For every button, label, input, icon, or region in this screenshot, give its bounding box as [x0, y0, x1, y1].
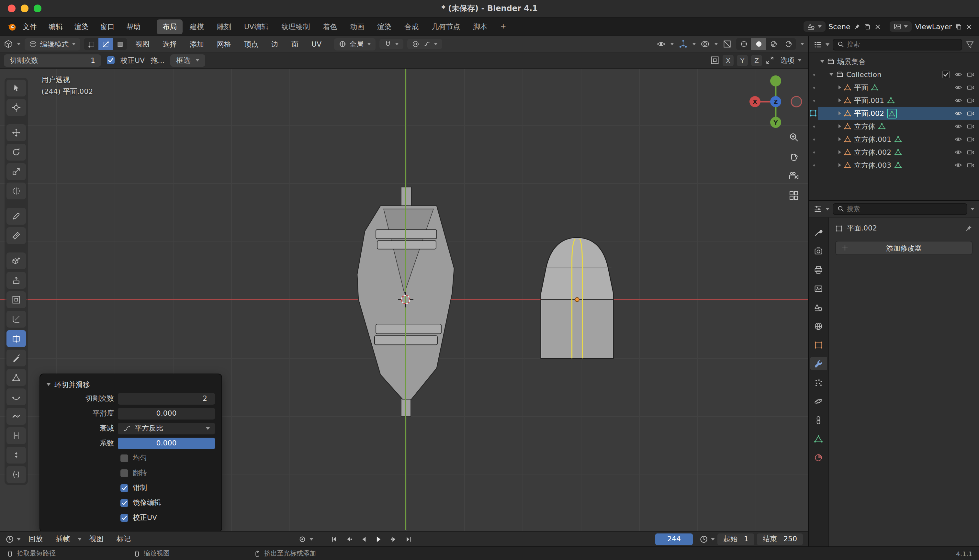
properties-search-input[interactable]	[847, 205, 963, 212]
outliner-row-collection[interactable]: Collection	[809, 68, 979, 81]
axis-y-toggle[interactable]: Y	[737, 55, 748, 66]
toggle-perspective-grid-icon[interactable]	[789, 190, 799, 201]
axis-x-toggle[interactable]: X	[722, 55, 734, 66]
hide-eye-icon[interactable]	[954, 109, 962, 117]
options-label[interactable]: 选项	[780, 55, 794, 65]
outliner-row-plane[interactable]: 平面	[809, 81, 979, 94]
breadcrumb-object-name[interactable]: 平面.002	[847, 223, 877, 233]
tool-smooth[interactable]	[7, 408, 26, 425]
tab-scene[interactable]	[810, 300, 827, 314]
chevron-right-icon[interactable]	[839, 150, 841, 154]
correct-uv-checkbox[interactable]	[120, 514, 128, 522]
play-button[interactable]	[373, 533, 385, 545]
menu-window[interactable]: 窗口	[95, 20, 120, 33]
new-scene-icon[interactable]	[864, 23, 871, 30]
chevron-down-icon[interactable]	[821, 60, 824, 63]
tab-output[interactable]	[810, 263, 827, 277]
expand-icon[interactable]	[766, 56, 774, 65]
tool-rotate[interactable]	[7, 144, 26, 160]
play-reverse-button[interactable]	[358, 533, 370, 545]
overlays-icon[interactable]	[700, 40, 710, 48]
workspace-tab-sculpting[interactable]: 雕刻	[211, 19, 237, 34]
chevron-right-icon[interactable]	[839, 112, 841, 115]
tool-select-box[interactable]	[7, 80, 26, 97]
tab-object[interactable]	[810, 338, 827, 352]
tab-constraints[interactable]	[810, 413, 827, 427]
mirror-editing-checkbox[interactable]	[120, 499, 128, 507]
jump-to-start-button[interactable]	[328, 533, 340, 545]
menu-view[interactable]: 视图	[84, 533, 109, 545]
drag-label[interactable]: 拖...	[150, 55, 165, 65]
tool-measure[interactable]	[7, 227, 26, 244]
frame-start-field[interactable]: 起始 1	[717, 533, 754, 545]
menu-mesh[interactable]: 网格	[212, 38, 236, 50]
properties-search[interactable]	[833, 203, 967, 215]
falloff-dropdown[interactable]: 平方反比	[118, 422, 215, 434]
factor-slider[interactable]: 0.000	[118, 437, 215, 449]
workspace-tab-compositing[interactable]: 合成	[399, 19, 424, 34]
outliner-row-plane-001[interactable]: 平面.001	[809, 94, 979, 107]
chevron-down-icon[interactable]	[971, 207, 974, 210]
render-visibility-icon[interactable]	[967, 122, 974, 130]
chevron-right-icon[interactable]	[839, 137, 841, 141]
tool-spin[interactable]	[7, 388, 26, 405]
tool-knife[interactable]	[7, 350, 26, 367]
editor-type-icon[interactable]	[4, 40, 13, 48]
hide-eye-icon[interactable]	[954, 135, 962, 143]
workspace-tab-scripting[interactable]: 脚本	[467, 19, 493, 34]
menu-help[interactable]: 帮助	[120, 20, 146, 33]
even-checkbox[interactable]	[120, 454, 128, 462]
menu-file[interactable]: 文件	[17, 20, 43, 33]
menu-edit[interactable]: 编辑	[43, 20, 68, 33]
menu-view[interactable]: 视图	[131, 38, 154, 50]
tool-inset-faces[interactable]	[7, 291, 26, 308]
tool-add-cube[interactable]	[7, 252, 26, 269]
tab-tool[interactable]	[810, 225, 827, 239]
camera-view-icon[interactable]	[789, 171, 799, 181]
tool-extrude-region[interactable]	[7, 272, 26, 289]
menu-marker[interactable]: 标记	[112, 533, 136, 545]
jump-to-end-button[interactable]	[402, 533, 415, 545]
workspace-tab-rendering[interactable]: 渲染	[371, 19, 397, 34]
tool-rip-region[interactable]	[7, 466, 26, 483]
render-visibility-icon[interactable]	[967, 148, 974, 156]
menu-add[interactable]: 添加	[185, 38, 208, 50]
chevron-down-icon[interactable]	[670, 43, 674, 45]
tab-modifiers[interactable]	[810, 357, 827, 370]
shading-wireframe-button[interactable]	[736, 38, 751, 50]
close-window-button[interactable]	[8, 5, 15, 12]
select-mode-dropdown[interactable]: 框选	[170, 54, 205, 67]
minimize-window-button[interactable]	[21, 5, 28, 12]
chevron-down-icon[interactable]	[78, 538, 82, 540]
outliner-row-scene-collection[interactable]: 场景集合	[809, 55, 979, 68]
chevron-down-icon[interactable]	[714, 43, 718, 45]
axis-z-toggle[interactable]: Z	[751, 55, 762, 66]
gizmos-icon[interactable]	[679, 40, 688, 48]
filter-funnel-icon[interactable]	[966, 40, 974, 49]
tab-object-data[interactable]	[810, 432, 827, 445]
viewlayer-name[interactable]: ViewLayer	[915, 22, 952, 31]
shading-rendered-button[interactable]	[781, 38, 796, 50]
menu-edge[interactable]: 边	[267, 38, 283, 50]
render-visibility-icon[interactable]	[967, 70, 974, 78]
snap-face-icon[interactable]	[710, 56, 719, 65]
hide-eye-icon[interactable]	[954, 161, 962, 169]
xray-toggle-icon[interactable]	[722, 40, 732, 48]
proportional-editing-dropdown[interactable]	[407, 39, 442, 49]
navigation-gizmo[interactable]: X Z Y	[747, 73, 805, 131]
correct-uv-checkbox[interactable]	[107, 56, 115, 64]
menu-keying[interactable]: 插帧	[50, 533, 75, 545]
mesh-object-bullet[interactable]	[541, 238, 614, 359]
render-visibility-icon[interactable]	[967, 161, 974, 169]
hide-eye-icon[interactable]	[954, 83, 962, 91]
auto-keying-icon[interactable]	[298, 535, 307, 543]
chevron-down-icon[interactable]	[310, 538, 314, 540]
pan-hand-icon[interactable]	[789, 152, 799, 162]
menu-uv[interactable]: UV	[307, 38, 326, 50]
chevron-right-icon[interactable]	[839, 163, 841, 167]
chevron-down-icon[interactable]	[829, 73, 833, 76]
zoom-window-button[interactable]	[34, 5, 42, 12]
render-visibility-icon[interactable]	[967, 109, 974, 117]
menu-select[interactable]: 选择	[158, 38, 181, 50]
menu-render[interactable]: 渲染	[68, 20, 95, 33]
